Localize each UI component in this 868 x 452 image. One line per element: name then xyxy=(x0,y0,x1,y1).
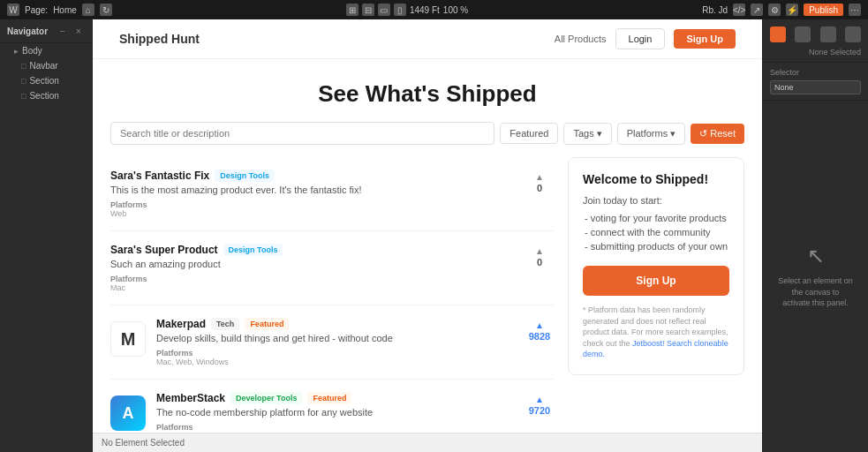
product-desc: The no-code membership platform for any … xyxy=(156,407,515,418)
layout-panel-icon[interactable] xyxy=(820,26,836,42)
grid-icon[interactable]: ⊞ xyxy=(346,4,359,16)
settings-icon[interactable]: ⚙ xyxy=(768,4,781,16)
extra-panel-icon[interactable] xyxy=(845,26,861,42)
product-tag-featured: Featured xyxy=(307,392,351,404)
main-layout: Navigator − × ▸ Body □ Navbar □ Section … xyxy=(0,19,868,452)
vote-arrow-icon: ▲ xyxy=(535,173,544,182)
sidebar-item-navbar[interactable]: □ Navbar xyxy=(0,58,92,73)
site-header: Shipped Hunt All Products Login Sign Up xyxy=(93,19,762,59)
settings-panel-icon[interactable] xyxy=(795,26,811,42)
resolution-label: 1449 Ft xyxy=(410,5,440,15)
site-logo: Shipped Hunt xyxy=(119,32,200,46)
signup-header-button[interactable]: Sign Up xyxy=(674,29,736,49)
product-list: Sara's Fantastic Fix Design Tools This i… xyxy=(110,157,554,433)
platform-label: Platforms xyxy=(156,349,193,358)
vote-button[interactable]: ▲ 0 xyxy=(525,170,554,193)
platform-label: Platforms xyxy=(156,423,193,432)
search-input[interactable] xyxy=(110,122,494,145)
body-icon: ▸ xyxy=(14,47,19,56)
sidebar-item-body[interactable]: ▸ Body xyxy=(0,43,92,58)
product-desc: Such an amazing product xyxy=(110,259,515,269)
sidebar-collapse-btn[interactable]: − xyxy=(57,25,69,37)
sidebar-header: Navigator − × xyxy=(0,19,92,43)
page-label: Page: xyxy=(25,5,48,15)
product-meta: Platforms Web xyxy=(156,423,515,433)
refresh-icon[interactable]: ↻ xyxy=(100,4,112,16)
content-area: Sara's Fantastic Fix Design Tools This i… xyxy=(93,157,762,433)
reset-filter-btn[interactable]: ↺ Reset xyxy=(691,124,744,144)
product-desc: This is the most amazing product ever. I… xyxy=(110,185,515,195)
welcome-list-item: connect with the community xyxy=(583,227,729,237)
vote-count: 0 xyxy=(537,257,542,267)
product-info: Makerpad Tech Featured Develop skills, b… xyxy=(156,318,515,366)
welcome-card: Welcome to Shipped! Join today to start:… xyxy=(568,157,744,375)
product-item: A MemberStack Developer Tools Featured T… xyxy=(110,380,554,433)
team-icon[interactable]: ⚡ xyxy=(786,4,798,16)
sidebar-close-btn[interactable]: × xyxy=(72,25,85,37)
platforms-filter-btn[interactable]: Platforms ▾ xyxy=(617,123,686,145)
navbar-icon: □ xyxy=(21,62,26,71)
canvas-area: Shipped Hunt All Products Login Sign Up … xyxy=(93,19,762,452)
publish-btn[interactable]: Publish xyxy=(804,4,843,16)
product-name-row: MemberStack Developer Tools Featured xyxy=(156,392,515,404)
product-name-row: Makerpad Tech Featured xyxy=(156,318,515,330)
product-item: Sara's Super Product Design Tools Such a… xyxy=(110,231,554,305)
welcome-list-item: voting for your favorite products xyxy=(583,213,729,223)
featured-filter-btn[interactable]: Featured xyxy=(500,123,558,144)
sidebar-item-section2[interactable]: □ Section xyxy=(0,88,92,103)
placeholder-content: ↖ Select an element on the canvas to act… xyxy=(777,244,854,309)
section2-icon: □ xyxy=(21,92,26,101)
vote-button[interactable]: ▲ 9720 xyxy=(525,392,554,416)
tags-filter-btn[interactable]: Tags ▾ xyxy=(563,123,611,145)
selector-input[interactable] xyxy=(770,80,861,94)
hero-section: See What's Shipped xyxy=(93,59,762,122)
filter-bar: Featured Tags ▾ Platforms ▾ ↺ Reset xyxy=(93,122,762,157)
site-nav: All Products Login Sign Up xyxy=(555,28,736,49)
paint-tool-icon[interactable] xyxy=(770,26,786,42)
top-bar-right: Rb. Jd </> ↗ ⚙ ⚡ Publish ⋯ xyxy=(702,4,861,16)
sidebar-label-navbar: Navbar xyxy=(29,61,57,71)
right-panel: None Selected Selector ↖ Select an eleme… xyxy=(762,19,868,452)
sidebar-label-body: Body xyxy=(22,46,42,56)
sidebar-label-section1: Section xyxy=(29,76,58,86)
more-icon[interactable]: ⋯ xyxy=(849,4,861,16)
sidebar-header-icons: − × xyxy=(57,25,85,37)
tablet-icon[interactable]: ▭ xyxy=(378,4,390,16)
product-info: Sara's Super Product Design Tools Such a… xyxy=(110,244,515,292)
vote-arrow-icon: ▲ xyxy=(535,321,544,330)
home-icon[interactable]: ⌂ xyxy=(82,4,94,16)
product-name-row: Sara's Fantastic Fix Design Tools xyxy=(110,170,515,182)
code-icon[interactable]: </> xyxy=(733,4,745,16)
none-selected-label: None Selected xyxy=(770,48,861,56)
page-name[interactable]: Home xyxy=(53,5,77,15)
product-info: MemberStack Developer Tools Featured The… xyxy=(156,392,515,433)
placeholder-text: Select an element on the canvas to activ… xyxy=(777,275,854,309)
product-tag: Design Tools xyxy=(215,170,275,182)
share-icon[interactable]: ↗ xyxy=(751,4,763,16)
devices-icon[interactable]: ⊟ xyxy=(362,4,374,16)
product-name-row: Sara's Super Product Design Tools xyxy=(110,244,515,256)
product-logo: M xyxy=(110,321,146,357)
product-name: Sara's Fantastic Fix xyxy=(110,170,209,182)
webflow-logo-icon[interactable]: W xyxy=(7,4,19,16)
platform-label: Platforms xyxy=(110,200,147,209)
section1-icon: □ xyxy=(21,77,26,86)
welcome-title: Welcome to Shipped! xyxy=(583,172,729,186)
login-button[interactable]: Login xyxy=(615,28,666,49)
right-panel-top: None Selected xyxy=(763,19,868,63)
vote-button[interactable]: ▲ 0 xyxy=(525,244,554,267)
vote-arrow-icon: ▲ xyxy=(535,396,544,404)
welcome-panel: Welcome to Shipped! Join today to start:… xyxy=(568,157,744,433)
zoom-label: 100 % xyxy=(443,5,468,15)
product-name: MemberStack xyxy=(156,392,225,404)
mobile-icon[interactable]: ▯ xyxy=(394,4,406,16)
vote-count: 0 xyxy=(537,183,542,193)
welcome-list: voting for your favorite products connec… xyxy=(583,213,729,252)
hero-title: See What's Shipped xyxy=(110,80,744,108)
product-desc: Develop skills, build things and get hir… xyxy=(156,333,515,343)
welcome-subtitle: Join today to start: xyxy=(583,195,729,206)
welcome-signup-button[interactable]: Sign Up xyxy=(583,266,729,296)
nav-all-products[interactable]: All Products xyxy=(555,34,607,44)
vote-button[interactable]: ▲ 9828 xyxy=(525,318,554,342)
sidebar-item-section1[interactable]: □ Section xyxy=(0,73,92,88)
